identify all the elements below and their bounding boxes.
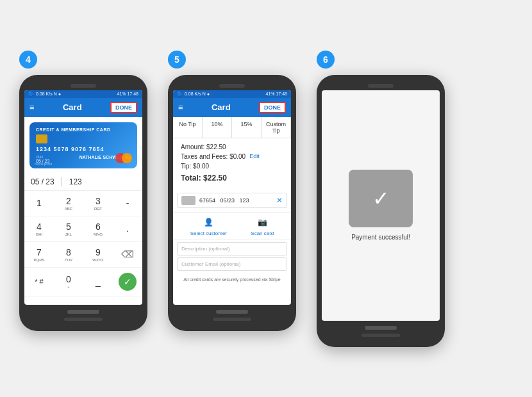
action-row-5: 👤 Select customer 📷 Scan card — [173, 212, 291, 239]
phone-notch-5 — [219, 84, 245, 88]
hamburger-icon-4[interactable]: ≡ — [29, 102, 35, 112]
numpad-key-5[interactable]: 5JKL — [54, 216, 83, 242]
amount-label-5: Amount: $22.50 — [181, 143, 226, 150]
numpad-key-4[interactable]: 4GHI — [24, 216, 54, 242]
numpad-backspace[interactable]: ⌫ — [113, 242, 142, 268]
tip-tab-no-tip[interactable]: No Tip — [173, 117, 203, 138]
step-6-number: 6 — [317, 51, 335, 69]
numpad-key-1[interactable]: 1 — [24, 191, 54, 216]
app-bar-title-4: Card — [63, 102, 82, 112]
app-bar-title-5: Card — [212, 102, 231, 112]
tip-tab-custom[interactable]: Custom Tip — [262, 117, 291, 138]
phone-top-bar-4 — [24, 84, 142, 88]
phone-top-bar-5 — [173, 84, 291, 88]
phone-speaker-4 — [64, 318, 103, 321]
card-remove-icon-5[interactable]: ✕ — [276, 196, 283, 205]
step-4-number: 4 — [19, 51, 37, 69]
done-button-5[interactable]: DONE — [259, 102, 286, 113]
phone-bottom-4 — [64, 310, 103, 322]
phone-screen-5: 🔵 0.08 K/s N ● 41% 17:48 ≡ Card DONE No … — [173, 90, 291, 305]
phone-4: 🔵 0.08 K/s N ● 41% 17:48 ≡ Card DONE CRE… — [19, 75, 147, 331]
card-chip-4 — [36, 134, 47, 143]
phone-notch-6 — [368, 84, 394, 88]
app-bar-4: ≡ Card DONE — [24, 98, 142, 117]
step-6-container: 6 ✓ Payment successful! — [317, 51, 445, 347]
scan-card-label-5: Scan card — [251, 231, 274, 236]
description-field-5[interactable]: Description (optional) — [177, 242, 287, 255]
numpad-confirm[interactable]: ✓ — [113, 268, 142, 296]
scene: 4 🔵 0.08 K/s N ● 41% 17:48 ≡ Card — [0, 38, 532, 360]
phone-6: ✓ Payment successful! — [317, 75, 445, 347]
numpad-key-2[interactable]: 2ABC — [54, 191, 83, 216]
numpad-key-0[interactable]: 0+ — [54, 268, 83, 296]
hamburger-icon-5[interactable]: ≡ — [178, 102, 183, 112]
done-button-4[interactable]: DONE — [110, 102, 137, 113]
phone-screen-4: 🔵 0.08 K/s N ● 41% 17:48 ≡ Card DONE CRE… — [24, 90, 142, 305]
date-field-4: 05 / 23 — [31, 177, 62, 186]
tip-label-5: Tip: $0.00 — [181, 163, 209, 170]
tip-row-5: Tip: $0.00 — [181, 163, 283, 170]
success-text-6: Payment successful! — [351, 234, 410, 241]
stripe-note-5: All credit cards are securely processed … — [173, 273, 291, 287]
phone-5: 🔵 0.08 K/s N ● 41% 17:48 ≡ Card DONE No … — [168, 75, 296, 331]
scan-card-btn-5[interactable]: 📷 Scan card — [251, 215, 274, 236]
status-carrier-4: 🔵 — [28, 92, 34, 97]
select-customer-btn-5[interactable]: 👤 Select customer — [190, 215, 227, 236]
numpad-key-star-hash[interactable]: * # — [24, 268, 54, 296]
status-speed-5: 0.08 K/s N ● — [185, 92, 210, 96]
taxes-label-5: Taxes and Fees: $0.00 — [181, 153, 245, 160]
tip-tab-10[interactable]: 10% — [203, 117, 232, 138]
numpad-key-7[interactable]: 7PQRS — [24, 242, 54, 268]
step-4-container: 4 🔵 0.08 K/s N ● 41% 17:48 ≡ Card — [19, 51, 147, 331]
amount-row-5: Amount: $22.50 — [181, 143, 283, 150]
total-row-5: Total: $22.50 — [181, 174, 283, 182]
tip-tab-15[interactable]: 15% — [232, 117, 262, 138]
total-label-5: Total: $22.50 — [181, 174, 227, 182]
numpad-key-dot[interactable]: . — [113, 216, 142, 242]
numpad-key-9[interactable]: 9WXYZ — [83, 242, 113, 268]
success-box-6: ✓ — [349, 170, 413, 227]
credit-card-4: CREDIT & MEMBERSHIP CARD 1234 5678 9076 … — [29, 122, 137, 168]
taxes-row-5: Taxes and Fees: $0.00 Edit — [181, 153, 283, 160]
card-digits-5: 67654 05/23 123 — [199, 197, 272, 204]
numpad-key-dash[interactable]: - — [113, 191, 142, 216]
phone-speaker-5 — [213, 318, 251, 321]
status-right-4: 41% 17:48 — [117, 92, 138, 96]
success-screen-6: ✓ Payment successful! — [322, 90, 440, 321]
numpad-4: 1 2ABC 3DEF - 4GHI 5JKL 6MNO . 7PQRS 8TU… — [24, 191, 142, 296]
status-right-5: 41% 17:48 — [266, 92, 287, 96]
amount-section-5: Amount: $22.50 Taxes and Fees: $0.00 Edi… — [173, 138, 291, 193]
scan-icon-5: 📷 — [255, 215, 269, 229]
phone-notch-4 — [71, 84, 96, 88]
phone-home-button-4 — [67, 310, 99, 314]
numpad-key-underscore[interactable]: _ — [83, 268, 113, 296]
status-speed-4: 0.08 K/s N ● — [36, 92, 61, 96]
confirm-icon[interactable]: ✓ — [119, 273, 137, 291]
numpad-key-6[interactable]: 6MNO — [83, 216, 113, 242]
phone-bottom-6 — [362, 326, 400, 338]
mc-circle-orange-4 — [122, 153, 132, 163]
step-5-container: 5 🔵 0.08 K/s N ● 41% 17:48 ≡ Card — [168, 51, 296, 331]
email-field-5[interactable]: Customer Email (optional) — [177, 257, 287, 271]
numpad-key-3[interactable]: 3DEF — [83, 191, 113, 216]
step-5-number: 5 — [168, 51, 186, 69]
card-mockup-label-4: mockupcard — [35, 162, 52, 166]
edit-link-5[interactable]: Edit — [249, 153, 260, 159]
status-left-5: 🔵 0.08 K/s N ● — [177, 92, 210, 97]
cvv-field-4: 123 — [69, 177, 82, 186]
card-number-4: 1234 5678 9076 7654 — [36, 146, 131, 152]
status-left-4: 🔵 0.08 K/s N ● — [28, 92, 61, 97]
card-info-row-5: 67654 05/23 123 ✕ — [177, 193, 287, 208]
phone-bottom-5 — [213, 310, 251, 322]
card-label-4: CREDIT & MEMBERSHIP CARD — [36, 127, 131, 132]
customer-icon-5: 👤 — [201, 215, 215, 229]
status-indicator-5: 🔵 — [177, 92, 183, 97]
checkmark-icon-6: ✓ — [372, 188, 390, 209]
phone-home-button-6 — [365, 326, 397, 330]
phone-screen-6: ✓ Payment successful! — [322, 90, 440, 321]
status-bar-5: 🔵 0.08 K/s N ● 41% 17:48 — [173, 90, 291, 98]
app-bar-5: ≡ Card DONE — [173, 98, 291, 117]
numpad-key-8[interactable]: 8TUV — [54, 242, 83, 268]
card-icon-small-5 — [181, 196, 195, 205]
mastercard-logo-4 — [115, 153, 132, 163]
